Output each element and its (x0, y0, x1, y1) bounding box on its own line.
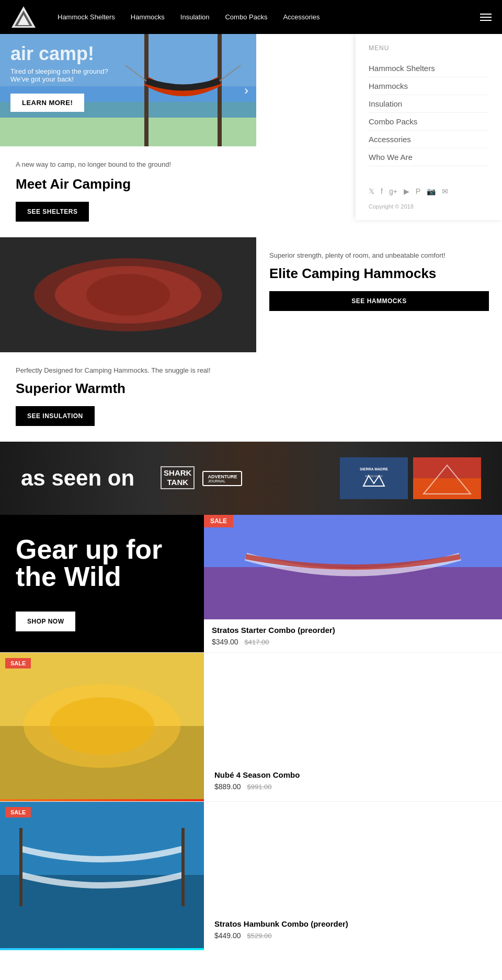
nav-hammocks[interactable]: Hammocks (131, 13, 165, 21)
product-1-name: Stratos Starter Combo (preorder) (212, 626, 494, 635)
hero-next-arrow[interactable]: › (244, 83, 248, 98)
hero-subtitle: Tired of sleeping on the ground? We've g… (10, 67, 115, 83)
pinterest-icon[interactable]: P (416, 187, 420, 195)
youtube-icon[interactable]: ▶ (404, 187, 409, 195)
gear-up-section: Gear up for the Wild SHOP NOW SALE Strat… (0, 515, 502, 652)
svg-rect-22 (413, 478, 481, 499)
social-links: 𝕏 f g+ ▶ P 📷 ✉ (369, 179, 489, 195)
side-menu-who-we-are[interactable]: Who We Are (369, 148, 489, 166)
nav-combo-packs[interactable]: Combo Packs (225, 13, 267, 21)
header: Hammock Shelters Hammocks Insulation Com… (0, 0, 502, 34)
product-3-price: $449.00 $529.00 (214, 931, 492, 940)
side-menu: MENU Hammock Shelters Hammocks Insulatio… (356, 34, 502, 220)
product-1-price: $349.00 $417.00 (212, 638, 494, 646)
adventure-journal-logo: ADVENTURE JOURNAL (202, 471, 242, 486)
googleplus-icon[interactable]: g+ (389, 187, 397, 195)
logo-icon[interactable] (10, 5, 37, 29)
email-icon[interactable]: ✉ (442, 187, 448, 195)
as-seen-images: SIERRA MADRE RESEARCH (340, 457, 481, 499)
elite-row: Superior strength, plenty of room, and u… (0, 237, 502, 352)
copyright: Copyright © 2018 (369, 203, 489, 210)
product-3-info: Stratos Hambunk Combo (preorder) $449.00… (204, 802, 502, 950)
facebook-icon[interactable]: f (381, 187, 383, 195)
product-1-info: Stratos Starter Combo (preorder) $349.00… (204, 619, 502, 652)
learn-more-button[interactable]: LEARN MORE! (10, 94, 84, 112)
twitter-icon[interactable]: 𝕏 (369, 187, 374, 195)
product-2-name: Nubé 4 Season Combo (214, 770, 492, 779)
product-3-image: SALE (0, 802, 204, 950)
svg-text:SIERRA MADRE: SIERRA MADRE (360, 467, 388, 471)
side-menu-hammocks[interactable]: Hammocks (369, 77, 489, 95)
product-2-row: SALE Nubé 4 Season Combo $889.00 $991.00 (0, 652, 502, 801)
sale-badge-2: SALE (5, 658, 31, 668)
hamburger-menu[interactable] (480, 14, 492, 21)
side-menu-hammock-shelters[interactable]: Hammock Shelters (369, 60, 489, 77)
hero-content: air camp! Tired of sleeping on the groun… (10, 44, 115, 112)
nav-accessories[interactable]: Accessories (283, 13, 320, 21)
as-seen-on-text: as seen on (21, 466, 134, 491)
warmth-description: Perfectly Designed for Camping Hammocks.… (16, 365, 241, 376)
air-camping-section: A new way to camp, no longer bound to th… (0, 146, 256, 237)
product-3-name: Stratos Hambunk Combo (preorder) (214, 919, 492, 928)
seen-image-2 (413, 457, 481, 499)
main-nav: Hammock Shelters Hammocks Insulation Com… (58, 13, 320, 21)
first-product-area: SALE Stratos Starter Combo (preorder) $3… (204, 515, 502, 652)
nav-hammock-shelters[interactable]: Hammock Shelters (58, 13, 115, 21)
brand-logos: SHARK TANK ADVENTURE JOURNAL (161, 466, 242, 490)
shop-now-button[interactable]: SHOP NOW (16, 612, 75, 631)
product-2-image: SALE (0, 653, 204, 801)
air-camping-description: A new way to camp, no longer bound to th… (16, 159, 241, 170)
elite-description: Superior strength, plenty of room, and u… (269, 250, 489, 261)
elite-panel: Superior strength, plenty of room, and u… (256, 237, 502, 352)
seen-image-1: SIERRA MADRE RESEARCH (340, 457, 408, 499)
svg-point-29 (50, 697, 154, 755)
instagram-icon[interactable]: 📷 (427, 187, 436, 195)
side-menu-insulation[interactable]: Insulation (369, 95, 489, 113)
product-2-price: $889.00 $991.00 (214, 782, 492, 791)
product-image-1 (204, 515, 502, 619)
see-hammocks-button[interactable]: SEE HAMMOCKS (269, 291, 489, 311)
side-menu-accessories[interactable]: Accessories (369, 131, 489, 148)
shark-tank-logo: SHARK TANK (161, 466, 195, 490)
air-camping-title: Meet Air Camping (16, 176, 241, 192)
svg-rect-17 (340, 457, 408, 499)
product-2-info: Nubé 4 Season Combo $889.00 $991.00 (204, 653, 502, 801)
elite-title: Elite Camping Hammocks (269, 266, 489, 282)
hero-section: air camp! Tired of sleeping on the groun… (0, 34, 256, 146)
svg-rect-16 (0, 237, 256, 352)
gear-up-left: Gear up for the Wild SHOP NOW (0, 515, 204, 652)
nav-insulation[interactable]: Insulation (180, 13, 210, 21)
main-wrapper: MENU Hammock Shelters Hammocks Insulatio… (0, 34, 502, 442)
hero-title: air camp! (10, 44, 115, 63)
warmth-title: Superior Warmth (16, 381, 241, 397)
side-menu-combo-packs[interactable]: Combo Packs (369, 113, 489, 131)
sale-badge-3: SALE (5, 807, 31, 817)
product-3-row: SALE Stratos Hambunk Combo (preorder) $4… (0, 801, 502, 950)
sale-badge-1: SALE (204, 515, 233, 527)
warmth-image (0, 237, 256, 352)
gear-up-title: Gear up for the Wild (16, 536, 188, 590)
menu-label: MENU (369, 44, 489, 52)
see-shelters-button[interactable]: SEE SHELTERS (16, 202, 89, 222)
see-insulation-button[interactable]: SEE INSULATION (16, 406, 95, 426)
superior-warmth-section: Perfectly Designed for Camping Hammocks.… (0, 352, 256, 442)
as-seen-on-banner: as seen on SHARK TANK ADVENTURE JOURNAL … (0, 442, 502, 515)
